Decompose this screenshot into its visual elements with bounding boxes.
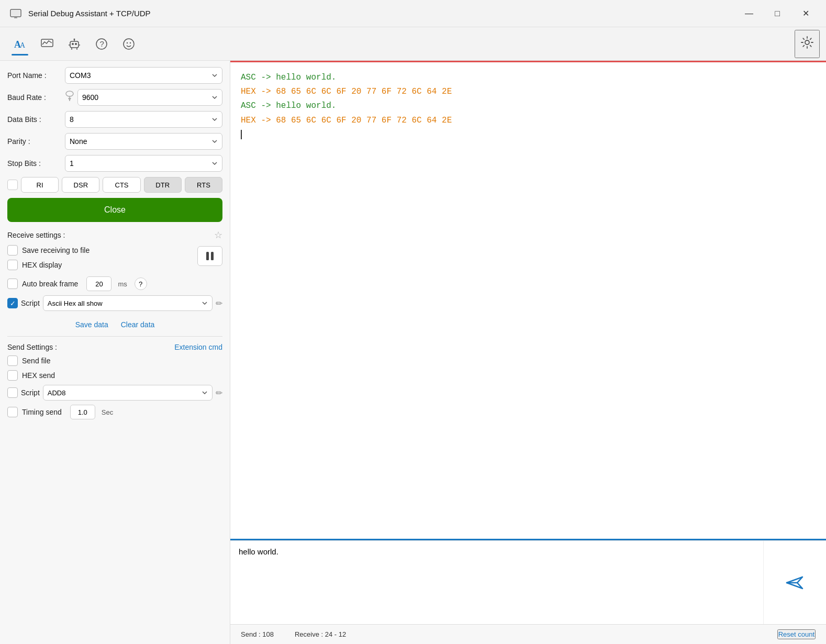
- svg-text:?: ?: [100, 39, 104, 48]
- hex-display-row: HEX display: [7, 260, 193, 270]
- port-name-select[interactable]: COM3: [65, 67, 222, 84]
- clear-data-button[interactable]: Clear data: [121, 320, 155, 329]
- send-file-row: Send file: [7, 356, 222, 366]
- receive-settings-title: Receive settings :: [7, 231, 214, 239]
- dsr-button[interactable]: DSR: [62, 177, 99, 193]
- toolbar-help-button[interactable]: ?: [88, 30, 115, 58]
- hex-display-label: HEX display: [22, 261, 62, 269]
- settings-button[interactable]: [795, 30, 820, 58]
- signal-row: RI DSR CTS DTR RTS: [7, 177, 222, 193]
- data-bits-label: Data Bits :: [7, 115, 65, 124]
- cts-button[interactable]: CTS: [103, 177, 140, 193]
- svg-text:A: A: [20, 41, 26, 49]
- auto-break-help-button[interactable]: ?: [135, 277, 147, 290]
- timing-send-checkbox[interactable]: [7, 407, 18, 417]
- receive-area: ASC -> hello world. HEX -> 68 65 6C 6C 6…: [230, 61, 826, 540]
- svg-point-9: [72, 43, 74, 45]
- send-area: hello world.: [230, 540, 826, 624]
- send-script-edit-button[interactable]: ✏: [216, 388, 222, 398]
- timing-send-label: Timing send: [22, 408, 62, 416]
- port-close-button[interactable]: Close: [7, 198, 222, 222]
- app-icon: [8, 6, 23, 21]
- port-name-label: Port Name :: [7, 71, 65, 80]
- recv-line-2: HEX -> 68 65 6C 6C 6F 20 77 6F 72 6C 64 …: [241, 85, 816, 99]
- auto-break-frame-row: Auto break frame ms ?: [7, 276, 222, 291]
- main-content: Port Name : COM3 Baud Rate : 9600 Data B…: [0, 61, 826, 644]
- pause-button[interactable]: [197, 246, 222, 266]
- svg-rect-8: [70, 41, 79, 48]
- data-bits-row: Data Bits : 8: [7, 111, 222, 128]
- extension-cmd-button[interactable]: Extension cmd: [174, 343, 222, 351]
- title-bar: Serial Debug Assistant + TCP/UDP — □ ✕: [0, 0, 826, 27]
- svg-point-21: [130, 42, 131, 43]
- timing-send-row: Timing send Sec: [7, 405, 222, 419]
- receive-settings-header: Receive settings : ☆: [7, 229, 222, 241]
- toolbar-font-button[interactable]: A A: [6, 30, 34, 58]
- baud-rate-label: Baud Rate :: [7, 93, 65, 102]
- port-name-row: Port Name : COM3: [7, 67, 222, 84]
- maximize-button[interactable]: □: [765, 5, 789, 22]
- send-button[interactable]: [763, 541, 826, 624]
- dtr-button[interactable]: DTR: [144, 177, 182, 193]
- parity-row: Parity : None: [7, 133, 222, 150]
- save-to-file-checkbox[interactable]: [7, 245, 18, 256]
- timing-value-input[interactable]: [70, 405, 95, 419]
- baud-rate-select[interactable]: 9600: [77, 89, 222, 106]
- app-title: Serial Debug Assistant + TCP/UDP: [28, 9, 737, 18]
- receive-script-select[interactable]: Ascii Hex all show: [43, 295, 213, 311]
- pin-icon: [65, 91, 74, 104]
- recv-line-1: ASC -> hello world.: [241, 71, 816, 85]
- receive-script-edit-button[interactable]: ✏: [216, 298, 222, 308]
- send-textarea[interactable]: hello world.: [230, 541, 763, 624]
- svg-rect-24: [206, 252, 209, 260]
- timing-unit: Sec: [102, 408, 113, 416]
- toolbar-robot-button[interactable]: [61, 30, 88, 58]
- auto-break-unit: ms: [118, 280, 127, 288]
- stop-bits-select[interactable]: 1: [65, 155, 222, 172]
- svg-point-19: [124, 39, 134, 49]
- svg-point-20: [127, 42, 128, 43]
- rts-button[interactable]: RTS: [185, 177, 222, 193]
- close-button[interactable]: ✕: [794, 5, 818, 22]
- svg-point-22: [805, 40, 809, 45]
- parity-select[interactable]: None: [65, 133, 222, 150]
- receive-script-checkbox[interactable]: ✓: [7, 298, 18, 308]
- send-settings-header: Send Settings : Extension cmd: [7, 343, 222, 351]
- svg-point-12: [74, 38, 75, 40]
- hex-send-checkbox[interactable]: [7, 370, 18, 381]
- data-bits-select[interactable]: 8: [65, 111, 222, 128]
- toolbar-monitor-button[interactable]: [34, 30, 61, 58]
- toolbar-emoji-button[interactable]: [115, 30, 142, 58]
- send-file-checkbox[interactable]: [7, 356, 18, 366]
- save-to-file-label: Save receiving to file: [22, 246, 90, 254]
- auto-break-label: Auto break frame: [22, 280, 78, 288]
- receive-count: Receive : 24 - 12: [295, 630, 346, 638]
- hex-display-checkbox[interactable]: [7, 260, 18, 270]
- reset-count-button[interactable]: Reset count: [777, 629, 816, 639]
- save-to-file-row: Save receiving to file: [7, 245, 193, 256]
- right-panel: ASC -> hello world. HEX -> 68 65 6C 6C 6…: [230, 61, 826, 644]
- save-data-button[interactable]: Save data: [75, 320, 108, 329]
- svg-point-23: [66, 91, 73, 96]
- hex-send-label: HEX send: [22, 371, 55, 380]
- send-script-checkbox[interactable]: [7, 387, 18, 398]
- hex-send-row: HEX send: [7, 370, 222, 381]
- toolbar: A A ?: [0, 27, 826, 61]
- cursor: [241, 130, 242, 139]
- data-buttons-row: Save data Clear data: [7, 320, 222, 329]
- svg-rect-25: [211, 252, 214, 260]
- send-script-row: Script ADD8 ✏: [7, 385, 222, 401]
- left-panel: Port Name : COM3 Baud Rate : 9600 Data B…: [0, 61, 230, 644]
- svg-rect-1: [12, 10, 20, 16]
- auto-break-checkbox[interactable]: [7, 279, 18, 289]
- auto-break-value-input[interactable]: [86, 276, 111, 291]
- recv-line-3: ASC -> hello world.: [241, 99, 816, 113]
- send-script-select[interactable]: ADD8: [43, 385, 213, 401]
- stop-bits-label: Stop Bits :: [7, 159, 65, 168]
- minimize-button[interactable]: —: [737, 5, 761, 22]
- favorite-button[interactable]: ☆: [214, 229, 222, 241]
- send-count: Send : 108: [241, 630, 274, 638]
- send-script-label: Script: [21, 388, 40, 397]
- signal-checkbox[interactable]: [7, 180, 18, 190]
- ri-button[interactable]: RI: [21, 177, 59, 193]
